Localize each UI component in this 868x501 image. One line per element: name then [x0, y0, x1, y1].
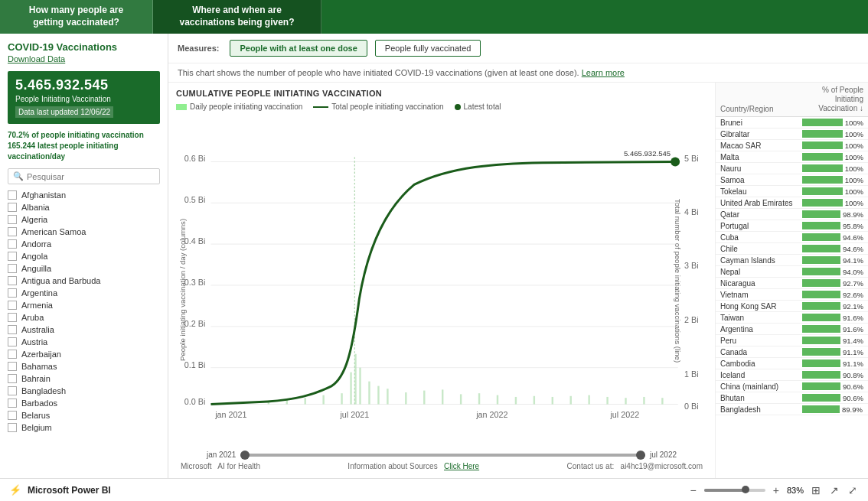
table-row[interactable]: Gibraltar 100%: [716, 129, 868, 140]
table-country-name: Bangladesh: [720, 405, 802, 414]
country-item[interactable]: Albania: [8, 201, 160, 213]
table-row[interactable]: China (mainland) 90.6%: [716, 381, 868, 392]
country-item[interactable]: Algeria: [8, 213, 160, 226]
measure-btn-fully-vaccinated[interactable]: People fully vaccinated: [375, 40, 481, 57]
slider-handle-right[interactable]: [636, 451, 645, 460]
country-item[interactable]: Angola: [8, 250, 160, 262]
table-row[interactable]: Iceland 90.8%: [716, 369, 868, 381]
zoom-slider[interactable]: [704, 489, 765, 492]
country-item[interactable]: Afghanistan: [8, 189, 160, 201]
zoom-out-button[interactable]: −: [689, 483, 698, 498]
svg-rect-34: [405, 392, 406, 405]
country-checkbox[interactable]: [8, 325, 17, 334]
table-bar: [802, 142, 843, 149]
country-checkbox[interactable]: [8, 374, 17, 383]
country-checkbox[interactable]: [8, 423, 17, 432]
country-item[interactable]: Andorra: [8, 238, 160, 250]
sort-indicator[interactable]: ↓: [860, 104, 863, 112]
tab-where-when[interactable]: Where and when are vaccinations being gi…: [153, 0, 321, 34]
fullscreen-button[interactable]: ⤢: [847, 483, 859, 498]
zoom-slider-thumb[interactable]: [742, 486, 749, 493]
country-checkbox[interactable]: [8, 203, 17, 212]
share-button[interactable]: ↗: [828, 483, 840, 498]
country-search-box[interactable]: 🔍: [8, 168, 160, 184]
country-checkbox[interactable]: [8, 252, 17, 261]
table-bar: [802, 164, 843, 172]
table-row[interactable]: Canada 91.1%: [716, 346, 868, 358]
country-item[interactable]: Bahamas: [8, 360, 160, 372]
country-checkbox[interactable]: [8, 411, 17, 420]
table-row[interactable]: Nepal 94.0%: [716, 266, 868, 278]
country-checkbox[interactable]: [8, 337, 17, 346]
table-row[interactable]: Chile 94.6%: [716, 243, 868, 255]
table-row[interactable]: Bhutan 90.6%: [716, 392, 868, 404]
country-checkbox[interactable]: [8, 386, 17, 395]
zoom-in-button[interactable]: +: [772, 483, 781, 498]
measure-btn-one-dose[interactable]: People with at least one dose: [230, 40, 367, 57]
country-checkbox[interactable]: [8, 215, 17, 224]
table-row[interactable]: Nicaragua 92.7%: [716, 278, 868, 289]
country-item[interactable]: Bangladesh: [8, 385, 160, 397]
time-slider[interactable]: jan 2021 jul 2022: [176, 449, 707, 460]
download-link[interactable]: Download Data: [8, 54, 160, 63]
country-checkbox[interactable]: [8, 239, 17, 249]
country-checkbox[interactable]: [8, 350, 17, 359]
table-row[interactable]: Tokelau 100%: [716, 186, 868, 197]
country-item[interactable]: Antigua and Barbuda: [8, 275, 160, 287]
table-row[interactable]: Brunei 100%: [716, 117, 868, 129]
country-item[interactable]: Anguilla: [8, 262, 160, 275]
country-checkbox[interactable]: [8, 227, 17, 236]
table-row[interactable]: Peru 91.4%: [716, 335, 868, 346]
country-checkbox[interactable]: [8, 276, 17, 285]
table-row[interactable]: Argentina 91.6%: [716, 324, 868, 335]
table-bar: [802, 268, 840, 275]
country-item[interactable]: Aruba: [8, 311, 160, 324]
table-row[interactable]: Cayman Islands 94.1%: [716, 255, 868, 266]
country-checkbox[interactable]: [8, 301, 17, 310]
learn-more-link[interactable]: Learn more: [582, 68, 625, 77]
country-item[interactable]: Bahrain: [8, 372, 160, 385]
country-checkbox[interactable]: [8, 190, 17, 200]
footer-center[interactable]: Information about Sources Click Here: [348, 462, 479, 470]
footer-sources-link[interactable]: Click Here: [444, 462, 479, 470]
country-name: Bahamas: [21, 362, 57, 371]
country-item[interactable]: Austria: [8, 336, 160, 348]
country-checkbox[interactable]: [8, 313, 17, 322]
country-checkbox[interactable]: [8, 264, 17, 273]
country-item[interactable]: Australia: [8, 324, 160, 336]
table-row[interactable]: Cuba 94.6%: [716, 232, 868, 243]
table-row[interactable]: Nauru 100%: [716, 163, 868, 174]
country-item[interactable]: American Samoa: [8, 226, 160, 238]
table-row[interactable]: Hong Kong SAR 92.1%: [716, 301, 868, 312]
search-input[interactable]: [27, 172, 155, 181]
table-row[interactable]: Macao SAR 100%: [716, 140, 868, 151]
svg-text:jan 2021: jan 2021: [214, 410, 246, 419]
powerbi-label[interactable]: Microsoft Power BI: [28, 485, 111, 496]
country-checkbox[interactable]: [8, 288, 17, 298]
country-item[interactable]: Barbados: [8, 397, 160, 409]
tab-vaccinated-count[interactable]: How many people are getting vaccinated?: [0, 0, 153, 34]
country-checkbox[interactable]: [8, 399, 17, 408]
country-checkbox[interactable]: [8, 362, 17, 371]
country-item[interactable]: Belgium: [8, 421, 160, 434]
svg-text:jul 2021: jul 2021: [339, 410, 369, 419]
table-row[interactable]: Vietnam 92.6%: [716, 289, 868, 301]
slider-track[interactable]: [240, 454, 645, 457]
country-item[interactable]: Azerbaijan: [8, 348, 160, 360]
table-row[interactable]: Qatar 98.9%: [716, 209, 868, 220]
slider-handle-left[interactable]: [240, 451, 250, 460]
country-item[interactable]: Belarus: [8, 409, 160, 421]
country-item[interactable]: Argentina: [8, 287, 160, 299]
table-row[interactable]: Samoa 100%: [716, 174, 868, 186]
table-row[interactable]: Portugal 95.8%: [716, 220, 868, 232]
fit-page-button[interactable]: ⊞: [810, 483, 822, 498]
table-row[interactable]: Cambodia 91.1%: [716, 358, 868, 369]
country-item[interactable]: Armenia: [8, 299, 160, 311]
table-country-name: Canada: [720, 348, 802, 356]
table-row[interactable]: Malta 100%: [716, 151, 868, 163]
table-row[interactable]: Bangladesh 89.9%: [716, 404, 868, 415]
table-row[interactable]: Taiwan 91.6%: [716, 312, 868, 324]
table-row[interactable]: United Arab Emirates 100%: [716, 197, 868, 209]
country-name: Algeria: [21, 215, 47, 224]
table-country-name: Nicaragua: [720, 279, 802, 288]
